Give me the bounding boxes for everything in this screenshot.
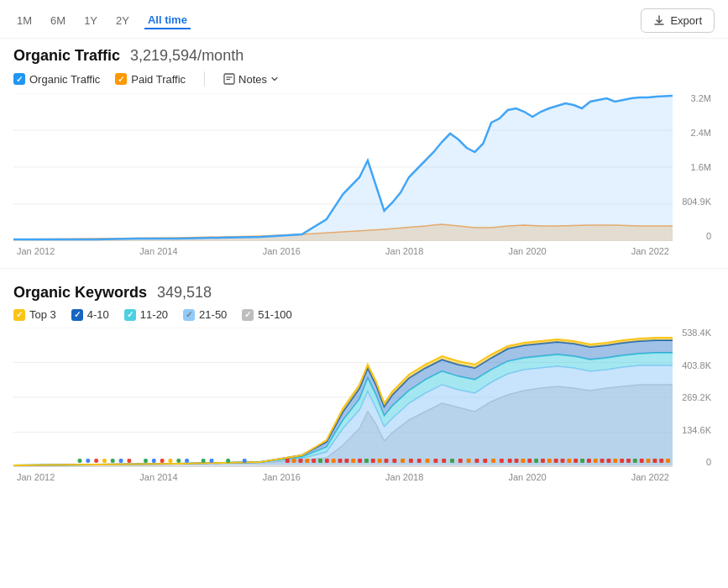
export-button[interactable]: Export [641, 8, 715, 33]
filter-1m[interactable]: 1M [13, 13, 35, 29]
top-bar: 1M 6M 1Y 2Y All time Export [0, 0, 728, 39]
svg-rect-45 [385, 459, 389, 463]
21-50-checkbox: ✓ [183, 309, 195, 321]
svg-rect-63 [527, 459, 532, 463]
svg-rect-46 [392, 459, 396, 463]
svg-rect-42 [364, 459, 369, 463]
x-label-1: Jan 2014 [139, 246, 177, 256]
organic-traffic-value: 3,219,594/month [130, 47, 244, 65]
kw-x-label-5: Jan 2022 [631, 472, 669, 482]
organic-checkbox: ✓ [13, 73, 25, 85]
x-label-5: Jan 2022 [631, 246, 669, 256]
time-filters: 1M 6M 1Y 2Y All time [13, 12, 191, 29]
legend-organic-label: Organic Traffic [29, 73, 100, 86]
organic-keywords-title-row: Organic Keywords 349,518 [13, 284, 715, 302]
svg-rect-28 [226, 459, 230, 463]
svg-rect-54 [458, 459, 463, 463]
svg-rect-73 [594, 459, 598, 463]
4-10-checkbox: ✓ [71, 309, 83, 321]
legend-divider [204, 71, 205, 87]
legend-organic[interactable]: ✓ Organic Traffic [13, 73, 100, 86]
svg-rect-83 [659, 459, 663, 463]
11-20-checkbox: ✓ [124, 309, 136, 321]
organic-keywords-y-axis: 538.4K 403.8K 269.2K 134.6K 0 [673, 328, 715, 467]
kw-x-label-4: Jan 2020 [508, 472, 546, 482]
legend-11-20[interactable]: ✓ 11-20 [124, 308, 168, 321]
svg-rect-77 [620, 459, 624, 463]
svg-rect-48 [409, 459, 413, 463]
kw-y-label-4: 0 [706, 457, 711, 467]
notes-button[interactable]: Notes [223, 73, 279, 86]
svg-rect-84 [666, 459, 670, 463]
y-label-2: 1.6M [691, 162, 711, 172]
legend-4-10-label: 4-10 [87, 308, 109, 321]
svg-rect-64 [534, 459, 538, 463]
legend-top3[interactable]: ✓ Top 3 [13, 308, 56, 321]
organic-keywords-chart: 538.4K 403.8K 269.2K 134.6K 0 Jan 2012 J… [13, 328, 715, 487]
svg-rect-50 [426, 459, 430, 463]
svg-rect-19 [127, 459, 131, 463]
svg-rect-74 [600, 459, 605, 463]
notes-icon [223, 73, 235, 85]
svg-rect-59 [500, 459, 504, 463]
y-label-0: 3.2M [691, 93, 711, 103]
organic-keywords-title: Organic Keywords [13, 284, 147, 302]
kw-y-label-2: 269.2K [682, 392, 711, 402]
svg-rect-72 [587, 459, 591, 463]
51-100-checkbox: ✓ [242, 309, 254, 321]
legend-21-50[interactable]: ✓ 21-50 [183, 308, 227, 321]
svg-rect-20 [144, 459, 148, 463]
organic-traffic-chart: 3.2M 2.4M 1.6M 804.9K 0 Jan 2012 Jan 201… [13, 93, 715, 261]
svg-rect-25 [185, 459, 189, 463]
svg-rect-62 [521, 459, 525, 463]
organic-traffic-section: Organic Traffic 3,219,594/month ✓ Organi… [0, 39, 728, 261]
svg-rect-36 [325, 459, 329, 463]
svg-rect-56 [475, 459, 479, 463]
svg-rect-31 [292, 459, 296, 463]
svg-rect-23 [168, 459, 172, 463]
legend-11-20-label: 11-20 [140, 308, 168, 321]
kw-x-label-3: Jan 2018 [385, 472, 423, 482]
filter-2y[interactable]: 2Y [113, 13, 133, 29]
svg-rect-53 [450, 459, 454, 463]
x-label-3: Jan 2018 [385, 246, 423, 256]
svg-rect-68 [561, 459, 565, 463]
kw-x-label-0: Jan 2012 [17, 472, 55, 482]
svg-rect-58 [491, 459, 495, 463]
organic-traffic-title-row: Organic Traffic 3,219,594/month [13, 47, 715, 65]
svg-rect-16 [102, 459, 107, 463]
legend-top3-label: Top 3 [29, 308, 56, 321]
svg-rect-70 [573, 459, 578, 463]
notes-label: Notes [238, 73, 267, 86]
svg-rect-80 [640, 459, 644, 463]
svg-rect-44 [378, 459, 382, 463]
svg-rect-27 [210, 459, 214, 463]
section-divider [0, 268, 728, 269]
svg-rect-26 [202, 459, 206, 463]
kw-y-label-3: 134.6K [682, 425, 711, 435]
chevron-down-icon [270, 75, 279, 83]
organic-traffic-x-axis: Jan 2012 Jan 2014 Jan 2016 Jan 2018 Jan … [13, 241, 673, 261]
legend-paid[interactable]: ✓ Paid Traffic [115, 73, 186, 86]
legend-51-100[interactable]: ✓ 51-100 [242, 308, 291, 321]
filter-1y[interactable]: 1Y [81, 13, 101, 29]
svg-rect-49 [417, 459, 422, 463]
svg-rect-13 [78, 459, 82, 463]
export-label: Export [670, 14, 702, 27]
svg-rect-79 [633, 459, 637, 463]
legend-21-50-label: 21-50 [199, 308, 227, 321]
filter-all-time[interactable]: All time [144, 12, 191, 29]
svg-rect-32 [299, 459, 303, 463]
organic-traffic-legend: ✓ Organic Traffic ✓ Paid Traffic Notes [13, 71, 715, 87]
legend-4-10[interactable]: ✓ 4-10 [71, 308, 109, 321]
svg-rect-30 [285, 459, 290, 463]
export-icon [653, 15, 665, 27]
organic-keywords-value: 349,518 [157, 284, 212, 302]
organic-traffic-title: Organic Traffic [13, 47, 120, 65]
organic-traffic-chart-area [13, 93, 673, 241]
svg-rect-61 [515, 459, 519, 463]
svg-rect-39 [344, 459, 348, 463]
y-label-1: 2.4M [691, 128, 711, 138]
filter-6m[interactable]: 6M [47, 13, 69, 29]
organic-traffic-svg [13, 93, 673, 241]
